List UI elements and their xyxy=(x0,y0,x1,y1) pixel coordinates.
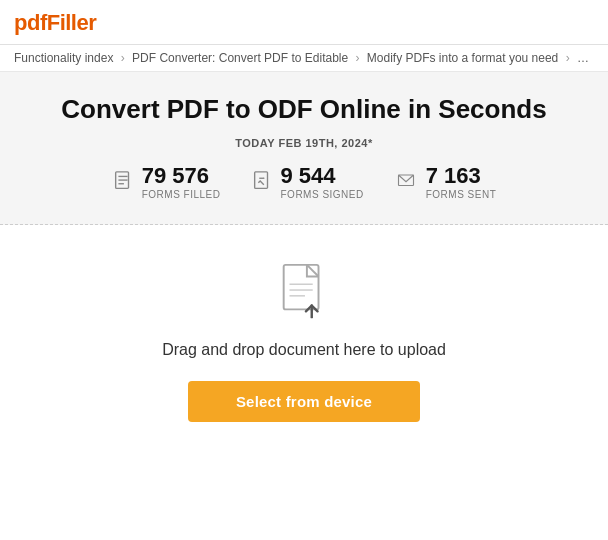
logo-text: pdfFiller xyxy=(14,10,96,35)
stat-signed-text: 9 544 FORMS SIGNED xyxy=(281,165,364,200)
page-title: Convert PDF to ODF Online in Seconds xyxy=(20,94,588,125)
breadcrumb-sep-2: › xyxy=(356,51,360,65)
stat-forms-signed: 9 544 FORMS SIGNED xyxy=(251,165,364,200)
drag-drop-text: Drag and drop document here to upload xyxy=(20,341,588,359)
select-from-device-button[interactable]: Select from device xyxy=(188,381,420,422)
stat-signed-number: 9 544 xyxy=(281,165,364,187)
header: pdfFiller xyxy=(0,0,608,45)
breadcrumb-item-4: PDF to Odf xyxy=(577,51,608,65)
svg-rect-4 xyxy=(254,172,267,189)
edit-icon xyxy=(251,168,273,198)
stats-bar: 79 576 FORMS FILLED 9 544 FORMS SIGNED xyxy=(20,165,588,200)
logo[interactable]: pdfFiller xyxy=(14,10,594,36)
hero-date: TODAY FEB 19TH, 2024* xyxy=(20,137,588,149)
stat-sent-text: 7 163 FORMS SENT xyxy=(426,165,497,200)
email-icon xyxy=(394,172,418,194)
stat-signed-label: FORMS SIGNED xyxy=(281,189,364,200)
breadcrumb: Functionality index › PDF Converter: Con… xyxy=(0,45,608,72)
stat-filled-text: 79 576 FORMS FILLED xyxy=(142,165,221,200)
breadcrumb-item-2[interactable]: PDF Converter: Convert PDF to Editable xyxy=(132,51,348,65)
breadcrumb-item-3[interactable]: Modify PDFs into a format you need xyxy=(367,51,558,65)
stat-filled-number: 79 576 xyxy=(142,165,221,187)
stat-forms-filled: 79 576 FORMS FILLED xyxy=(112,165,221,200)
hero-section: Convert PDF to ODF Online in Seconds TOD… xyxy=(0,72,608,225)
breadcrumb-sep-3: › xyxy=(566,51,570,65)
stat-sent-label: FORMS SENT xyxy=(426,189,497,200)
document-icon xyxy=(112,168,134,198)
upload-icon xyxy=(277,261,331,325)
upload-section: Drag and drop document here to upload Se… xyxy=(0,225,608,450)
stat-filled-label: FORMS FILLED xyxy=(142,189,221,200)
upload-icon-wrap xyxy=(20,261,588,325)
stat-sent-number: 7 163 xyxy=(426,165,497,187)
breadcrumb-sep-1: › xyxy=(121,51,125,65)
breadcrumb-item-1[interactable]: Functionality index xyxy=(14,51,113,65)
stat-forms-sent: 7 163 FORMS SENT xyxy=(394,165,497,200)
